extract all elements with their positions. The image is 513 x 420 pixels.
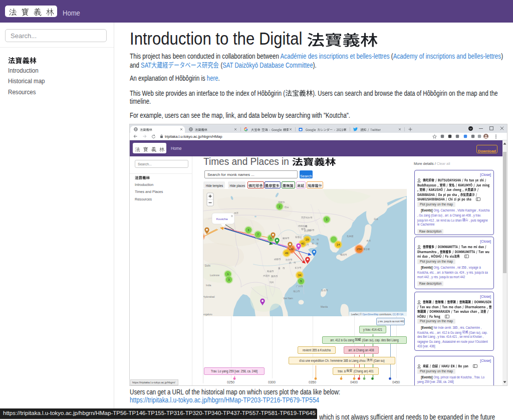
svg-text:Lucknow: Lucknow (210, 274, 219, 277)
svg-text:254: 254 (357, 248, 361, 251)
svg-text:49: 49 (285, 252, 289, 255)
svg-text:29: 29 (306, 238, 309, 241)
svg-text:Leaflet | © OpenStreetMap cont: Leaflet | © OpenStreetMap contributors, … (351, 313, 404, 316)
svg-text:Viet Nam: Viet Nam (283, 297, 293, 300)
svg-text:40: 40 (301, 242, 305, 245)
svg-text:34: 34 (298, 274, 302, 277)
svg-text:14: 14 (337, 243, 340, 246)
svg-text:Delhi: Delhi (205, 265, 210, 267)
svg-text:engaluru: engaluru (203, 313, 212, 316)
svg-text:Manila: Manila (321, 306, 328, 308)
svg-text:Koutcha: Koutcha (216, 217, 228, 221)
svg-text:India: India (206, 284, 211, 287)
svg-text:Hyderabad: Hyderabad (203, 296, 215, 298)
